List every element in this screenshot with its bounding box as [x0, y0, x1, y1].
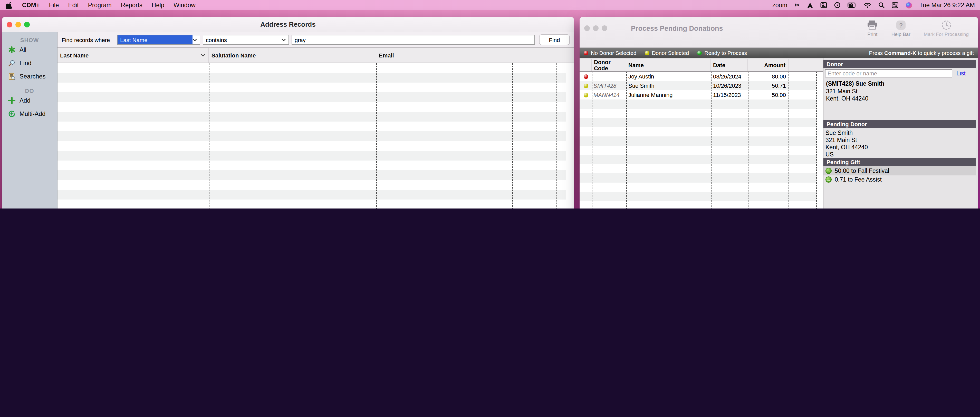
menubar-app-name[interactable]: CDM+ — [22, 2, 40, 9]
menu-edit[interactable]: Edit — [68, 2, 78, 9]
sidebar-item-all[interactable]: All — [2, 43, 57, 56]
sidebar-item-label: Add — [19, 97, 30, 104]
find-records-label: Find records where — [62, 37, 110, 43]
menubar-clock[interactable]: Tue Mar 26 9:22 AM — [919, 2, 975, 9]
battery-status-icon[interactable] — [847, 2, 856, 9]
control-center-icon[interactable] — [891, 2, 898, 9]
donor-code-input[interactable] — [825, 69, 952, 78]
status-legend-strip: No Donor Selected Donor Selected Ready t… — [579, 48, 978, 58]
gift-arrow-icon: → — [826, 168, 832, 174]
column-header-status — [579, 59, 592, 71]
sidebar-do-header: DO — [2, 88, 57, 94]
play-status-icon[interactable] — [834, 2, 840, 9]
donations-table-header: Donor Code Name Date Amount — [579, 59, 823, 72]
search-field-select[interactable]: Last Name — [117, 35, 200, 44]
sidebar-item-multi-add[interactable]: Multi-Add — [2, 107, 57, 121]
minimize-window-button[interactable] — [593, 25, 598, 31]
plus-icon — [8, 97, 15, 104]
window-title: Address Records — [2, 21, 574, 28]
wifi-status-icon[interactable] — [864, 2, 871, 9]
column-header-email[interactable]: Email — [376, 48, 512, 63]
clock-icon — [941, 20, 951, 30]
menu-file[interactable]: File — [49, 2, 59, 9]
mark-for-processing-button[interactable]: Mark For Processing — [924, 20, 969, 37]
address-content: Find records where Last Name contains — [57, 32, 574, 208]
results-scrollbar-track[interactable] — [566, 63, 574, 208]
sort-chevron-icon — [201, 54, 205, 57]
menubar-zoom-app[interactable]: zoom — [772, 2, 788, 9]
donation-row[interactable]: MANN414 Julianne Manning 11/15/2023 50.0… — [579, 90, 817, 100]
red-status-icon — [584, 51, 588, 55]
close-window-button[interactable] — [584, 25, 590, 31]
address-records-window: Address Records SHOW All Find — [2, 17, 574, 208]
column-header-name[interactable]: Name — [626, 59, 711, 71]
spotlight-search-icon[interactable] — [878, 2, 884, 9]
menu-help[interactable]: Help — [152, 2, 164, 9]
zoom-window-button[interactable] — [601, 25, 607, 31]
column-header-extra — [512, 48, 574, 63]
sidebar-item-add[interactable]: Add — [2, 94, 57, 107]
apple-menu-icon[interactable] — [6, 2, 13, 9]
desktop: CDM+ File Edit Program Reports Help Wind… — [0, 0, 980, 208]
printer-icon — [867, 20, 878, 30]
chevron-down-icon — [281, 38, 288, 41]
column-header-extra — [789, 59, 823, 71]
column-header-last-name[interactable]: Last Name — [57, 48, 209, 63]
pending-donor-info: Sue Smith 321 Main St Kent, OH 44240 US — [823, 128, 976, 158]
address-window-titlebar: Address Records — [2, 17, 574, 32]
siri-icon[interactable] — [905, 2, 912, 9]
gift-item[interactable]: → 50.00 to Fall Festival — [823, 166, 976, 175]
row-status-icon — [584, 83, 588, 88]
donation-row[interactable]: SMIT428 Sue Smith 10/26/2023 50.71 — [579, 81, 817, 90]
yellow-status-icon — [644, 51, 649, 55]
sidebar: SHOW All Find Search — [2, 32, 57, 208]
donations-scrollbar-track[interactable] — [817, 72, 823, 208]
mountain-status-icon[interactable] — [807, 2, 813, 9]
donor-address-line: Kent, OH 44240 — [826, 95, 973, 102]
donations-table-body[interactable]: Joy Austin 03/26/2024 80.00 SMIT428 Sue … — [579, 72, 823, 208]
help-icon: ? — [896, 20, 906, 30]
donations-window: Process Pending Donations Print ? Help B… — [579, 17, 978, 208]
chevron-down-icon — [192, 38, 200, 41]
gift-arrow-icon: → — [826, 177, 832, 183]
results-table-body[interactable] — [57, 63, 574, 208]
menu-reports[interactable]: Reports — [121, 2, 142, 9]
legend-no-donor: No Donor Selected — [584, 50, 636, 56]
search-row: Find records where Last Name contains — [57, 32, 574, 48]
list-link[interactable]: List — [956, 70, 966, 76]
menu-program[interactable]: Program — [88, 2, 111, 9]
sidebar-item-label: Find — [19, 60, 32, 67]
donor-name: (SMIT428) Sue Smith — [826, 80, 973, 87]
green-status-icon — [697, 51, 702, 55]
window-title: Process Pending Donations — [631, 25, 723, 32]
search-operator-select[interactable]: contains — [203, 35, 289, 44]
sidebar-show-header: SHOW — [2, 37, 57, 43]
print-button[interactable]: Print — [867, 20, 878, 37]
row-status-icon — [584, 74, 588, 79]
search-operator-value: contains — [203, 35, 281, 44]
donor-address-line: 321 Main St — [826, 87, 973, 95]
gift-item[interactable]: → 0.71 to Fee Assist — [823, 175, 976, 184]
help-bar-button[interactable]: ? Help Bar — [891, 20, 910, 37]
donation-row[interactable]: Joy Austin 03/26/2024 80.00 — [579, 72, 817, 81]
sidebar-item-find[interactable]: Find — [2, 56, 57, 70]
menu-window[interactable]: Window — [173, 2, 195, 9]
pending-gift-header: Pending Gift — [823, 158, 976, 166]
search-query-input[interactable] — [291, 35, 535, 44]
saved-searches-icon — [8, 73, 15, 80]
scissors-status-icon[interactable]: ✂ — [794, 2, 800, 9]
sidebar-item-searches[interactable]: Searches — [2, 70, 57, 83]
menu-bar: CDM+ File Edit Program Reports Help Wind… — [0, 0, 980, 10]
search-field-value: Last Name — [118, 35, 192, 44]
column-header-salutation[interactable]: Salutation Name — [209, 48, 376, 63]
find-button[interactable]: Find — [539, 34, 570, 45]
screen-record-status-icon[interactable] — [820, 2, 827, 9]
results-table-header: Last Name Salutation Name Email — [57, 48, 574, 63]
column-header-amount[interactable]: Amount — [748, 59, 789, 71]
donations-titlebar: Process Pending Donations Print ? Help B… — [579, 17, 978, 48]
donor-panel: Donor List (SMIT428) Sue Smith 321 Main … — [823, 58, 976, 208]
column-header-date[interactable]: Date — [711, 59, 748, 71]
sidebar-item-label: Multi-Add — [19, 110, 45, 117]
column-header-donor-code[interactable]: Donor Code — [592, 59, 626, 71]
shortcut-hint: Press Command-K to quickly process a gif… — [869, 50, 974, 56]
